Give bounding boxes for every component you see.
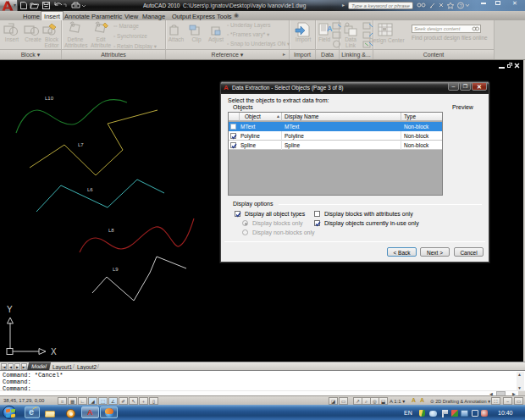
svg-text:L9: L9 (113, 267, 119, 272)
svg-text:L7: L7 (78, 142, 84, 147)
svg-text:L10: L10 (45, 96, 54, 101)
svg-text:L8: L8 (108, 228, 114, 233)
svg-text:Y: Y (7, 305, 13, 314)
svg-text:L6: L6 (87, 187, 93, 192)
svg-text:X: X (51, 347, 57, 356)
